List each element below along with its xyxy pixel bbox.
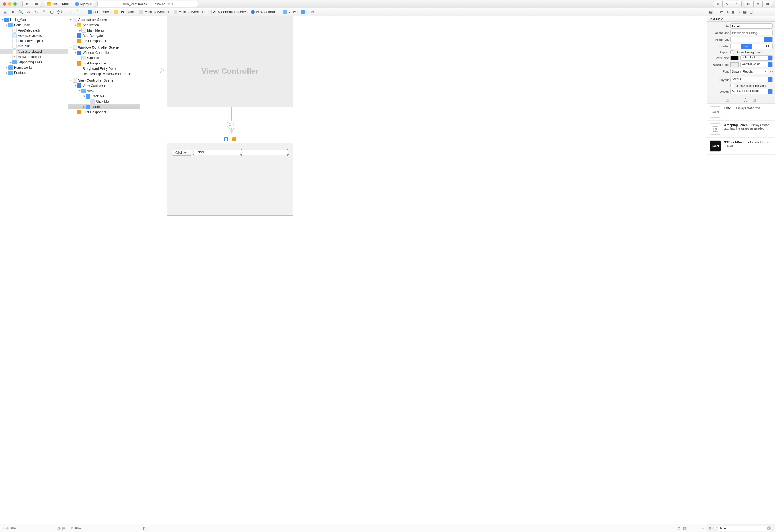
back-button[interactable]: 〈 <box>74 9 78 15</box>
outline-item-mainmenu[interactable]: ▶Main Menu <box>68 28 140 33</box>
file-row-viewcontroller[interactable]: hViewController.h <box>0 54 68 59</box>
view-content[interactable]: Click Me Label <box>167 143 293 215</box>
resize-handle[interactable] <box>193 154 194 156</box>
library-item-label[interactable]: Label Label - Displays static text. <box>707 103 775 121</box>
stop-button[interactable] <box>32 1 41 7</box>
file-row-entitlements[interactable]: Entitlements.plist <box>0 38 68 44</box>
quickhelp-inspector-tab[interactable]: ? <box>715 10 717 14</box>
outline-item-window[interactable]: Window <box>68 55 140 61</box>
update-frames-button[interactable]: ⊡ <box>677 526 680 530</box>
background-swatch[interactable] <box>730 62 739 67</box>
find-navigator-tab[interactable]: 🔍 <box>18 10 23 14</box>
border-none-button[interactable]: ▭ <box>730 44 741 49</box>
singleline-checkbox[interactable] <box>730 84 734 87</box>
library-view-mode-button[interactable]: ⊞ <box>709 526 712 530</box>
layout-select[interactable]: Scrolls <box>730 77 773 82</box>
recent-filter-button[interactable]: ◷ <box>57 526 61 530</box>
run-button[interactable] <box>22 1 32 7</box>
toggle-navigator-button[interactable]: ◧ <box>744 1 753 7</box>
outline-item-application[interactable]: ▼Application <box>68 22 140 28</box>
outline-item-entrypoint[interactable]: →Storyboard Entry Point <box>68 66 140 71</box>
test-navigator-tab[interactable]: ◇ <box>34 10 38 14</box>
toggle-outline-button[interactable]: ◧ <box>142 526 146 530</box>
report-navigator-tab[interactable]: 💬 <box>57 10 62 14</box>
attr-title-input[interactable] <box>730 23 773 29</box>
object-library-tab[interactable]: ◯ <box>743 97 748 102</box>
draws-background-checkbox[interactable] <box>730 50 734 54</box>
issue-navigator-tab[interactable]: ⚠ <box>26 10 31 14</box>
background-select[interactable]: Control Color <box>740 62 773 67</box>
align-left-button[interactable]: ≡ <box>730 37 739 42</box>
effects-inspector-tab[interactable]: ◫ <box>749 10 753 14</box>
file-inspector-tab[interactable]: ▤ <box>709 10 713 14</box>
minimize-window-button[interactable] <box>8 2 11 6</box>
align-justify-button[interactable]: ≡ <box>756 37 764 42</box>
project-root-row[interactable]: ▼Hello_Mac <box>0 17 68 22</box>
standard-editor-button[interactable]: ≡ <box>713 1 723 7</box>
scm-filter-button[interactable]: ▣ <box>62 526 66 530</box>
library-search-input[interactable] <box>720 527 766 530</box>
resize-handle[interactable] <box>240 154 241 156</box>
media-library-tab[interactable]: ▥ <box>752 97 757 102</box>
file-template-library-tab[interactable]: ▤ <box>725 97 730 102</box>
outline-item-clickme[interactable]: ▼Click Me <box>68 93 140 99</box>
outline-item-firstresponder[interactable]: First Responder <box>68 38 140 44</box>
toggle-inspector-button[interactable]: ◨ <box>763 1 772 7</box>
file-row-info[interactable]: Info.plist <box>0 44 68 49</box>
identity-inspector-tab[interactable]: ▭ <box>720 10 723 14</box>
file-row-assets[interactable]: Assets.xcassets <box>0 33 68 38</box>
group-row-frameworks[interactable]: ▶Frameworks <box>0 65 68 70</box>
source-control-navigator-tab[interactable]: ⧉ <box>11 10 15 14</box>
toggle-debug-button[interactable]: ▭ <box>753 1 763 7</box>
library-item-wrapping-label[interactable]: Multi- line Label Wrapping Label - Displ… <box>707 121 775 138</box>
group-row-supporting[interactable]: ▶Supporting Files <box>0 59 68 65</box>
resize-handle[interactable] <box>287 154 289 156</box>
font-stepper[interactable]: ▴▾ <box>770 69 773 73</box>
firstresponder-dock-icon[interactable] <box>232 137 236 141</box>
scheme-selector[interactable]: Hello_Mac 〉 My Mac <box>44 1 95 7</box>
interface-builder-canvas[interactable]: View Controller ⚙ Click Me Label <box>140 16 707 532</box>
border-line-button[interactable]: ▬ <box>741 44 752 49</box>
connections-inspector-tab[interactable]: → <box>737 10 740 14</box>
resize-handle[interactable] <box>193 149 194 150</box>
resolve-issues-button[interactable]: △ <box>702 526 704 530</box>
window-controller-scene-canvas[interactable]: View Controller <box>166 16 293 107</box>
outline-item-windowcontroller[interactable]: ▼Window Controller <box>68 50 140 55</box>
align-button[interactable]: ⫠ <box>689 526 693 530</box>
viewcontroller-dock-icon[interactable] <box>224 137 228 141</box>
group-row[interactable]: ▼Hello_Mac <box>0 22 68 28</box>
outline-item-label[interactable]: ▶Label <box>68 104 140 109</box>
file-row-storyboard[interactable]: Main.storyboard <box>0 49 68 54</box>
scene-header-window[interactable]: ▼Window Controller Scene <box>68 45 140 50</box>
project-navigator-tab[interactable]: ▤ <box>3 10 7 14</box>
outline-item-view[interactable]: ▼View <box>68 88 140 93</box>
outline-item-firstresponder2[interactable]: First Responder <box>68 61 140 66</box>
object-library[interactable]: Label Label - Displays static text. Mult… <box>707 103 775 524</box>
outline-tree[interactable]: ▼Application Scene ▼Application ▶Main Me… <box>68 16 140 524</box>
add-button[interactable]: + <box>2 526 4 530</box>
textcolor-swatch[interactable] <box>730 56 739 60</box>
forward-button[interactable]: 〉 <box>81 9 84 15</box>
bindings-inspector-tab[interactable]: ▦ <box>743 10 747 14</box>
assistant-editor-button[interactable]: ⊘ <box>723 1 732 7</box>
outline-filter-input[interactable] <box>75 527 137 530</box>
project-tree[interactable]: ▼Hello_Mac ▼Hello_Mac hAppDelegate.h Ass… <box>0 16 68 524</box>
align-right-button[interactable]: ≡ <box>747 37 756 42</box>
textcolor-select[interactable]: Label Color <box>740 55 773 61</box>
navigator-filter-input[interactable] <box>11 527 56 530</box>
attr-placeholder-input[interactable] <box>730 30 773 35</box>
outline-item-firstresponder3[interactable]: First Responder <box>68 109 140 115</box>
scene-header-application[interactable]: ▼Application Scene <box>68 17 140 22</box>
embed-button[interactable]: ▦ <box>683 526 687 530</box>
font-select[interactable]: System RegularT <box>730 69 768 74</box>
action-select[interactable]: Sent On End Editing <box>730 89 773 94</box>
outline-item-relationship[interactable]: Relationship "window content" to "... <box>68 71 140 76</box>
related-items-button[interactable]: ⊞ <box>70 10 73 14</box>
outline-item-clickme-cell[interactable]: Click Me <box>68 99 140 104</box>
alignment-segmented[interactable]: ≡ ≡ ≡ ≡ --- <box>730 37 773 42</box>
zoom-window-button[interactable] <box>13 2 17 6</box>
breadcrumb[interactable]: Hello_Mac〉 Hello_Mac〉 Main.storyboard〉 M… <box>88 10 314 14</box>
border-rounded-button[interactable]: ◖◗ <box>762 44 773 49</box>
resize-handle[interactable] <box>240 149 241 150</box>
breakpoint-navigator-tab[interactable]: ▢ <box>50 10 54 14</box>
